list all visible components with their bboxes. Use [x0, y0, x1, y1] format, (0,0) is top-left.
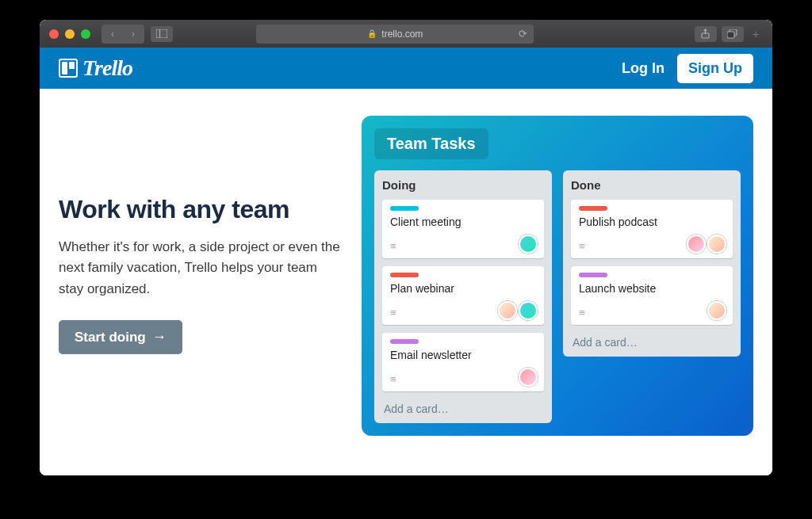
hero-subtitle: Whether it's for work, a side project or…: [59, 237, 344, 300]
hero-title: Work with any team: [59, 195, 352, 224]
list-title: Doing: [382, 178, 544, 192]
avatar: [519, 368, 538, 387]
browser-window: ‹ › 🔒 trello.com ⟳ +: [40, 20, 772, 475]
back-button[interactable]: ‹: [103, 26, 122, 42]
avatar: [687, 235, 706, 254]
board: Team Tasks Doing Client meeting ≡: [362, 116, 753, 436]
card[interactable]: Publish podcast ≡: [571, 200, 733, 258]
signup-button[interactable]: Sign Up: [677, 54, 753, 83]
auth-buttons: Log In Sign Up: [622, 54, 753, 83]
list-doing: Doing Client meeting ≡: [374, 170, 552, 423]
main-content: Work with any team Whether it's for work…: [40, 89, 772, 475]
tabs-button[interactable]: [722, 26, 744, 42]
description-icon: ≡: [579, 240, 584, 252]
card[interactable]: Email newsletter ≡: [382, 333, 544, 391]
svg-rect-4: [727, 32, 734, 38]
nav-buttons: ‹ ›: [102, 25, 144, 44]
maximize-window-button[interactable]: [81, 29, 90, 39]
list-done: Done Publish podcast ≡: [563, 170, 741, 357]
minimize-window-button[interactable]: [65, 29, 75, 39]
toolbar-right: +: [695, 26, 763, 42]
card-label: [579, 273, 607, 277]
card-label: [579, 206, 607, 211]
trello-logo-icon: [59, 59, 78, 78]
card[interactable]: Client meeting ≡: [382, 200, 544, 258]
avatar: [707, 301, 726, 320]
board-illustration: Team Tasks Doing Client meeting ≡: [362, 116, 753, 456]
trello-logo-text: Trello: [82, 55, 132, 81]
cta-label: Start doing: [75, 330, 146, 345]
avatar: [519, 235, 538, 254]
reload-button[interactable]: ⟳: [519, 28, 527, 40]
card-avatars: [687, 235, 726, 254]
forward-button[interactable]: ›: [124, 26, 143, 42]
add-card-button[interactable]: Add a card…: [382, 399, 544, 415]
card-avatars: [498, 301, 538, 320]
close-window-button[interactable]: [49, 29, 59, 39]
card-title: Publish podcast: [579, 216, 725, 228]
description-icon: ≡: [390, 373, 395, 385]
card-avatars: [519, 368, 538, 387]
new-tab-button[interactable]: +: [749, 26, 763, 42]
avatar: [519, 301, 538, 320]
hero-section: Work with any team Whether it's for work…: [59, 116, 352, 456]
sidebar-toggle-button[interactable]: [151, 26, 173, 42]
card-title: Client meeting: [390, 216, 536, 228]
description-icon: ≡: [390, 240, 395, 252]
card-avatars: [519, 235, 538, 254]
avatar: [707, 235, 726, 254]
board-title: Team Tasks: [374, 128, 488, 159]
card-label: [390, 273, 419, 277]
card-label: [390, 206, 419, 211]
card-label: [390, 339, 419, 344]
trello-logo[interactable]: Trello: [59, 55, 132, 81]
card-title: Launch website: [579, 282, 725, 295]
svg-rect-0: [156, 29, 167, 38]
card[interactable]: Launch website ≡: [571, 266, 733, 325]
login-link[interactable]: Log In: [622, 60, 665, 77]
browser-toolbar: ‹ › 🔒 trello.com ⟳ +: [40, 20, 772, 48]
url-bar[interactable]: 🔒 trello.com ⟳: [256, 25, 534, 44]
arrow-right-icon: →: [152, 329, 167, 345]
lock-icon: 🔒: [367, 29, 377, 38]
card-avatars: [707, 301, 726, 320]
site-header: Trello Log In Sign Up: [40, 48, 772, 89]
list-title: Done: [571, 178, 733, 192]
share-button[interactable]: [695, 26, 717, 42]
description-icon: ≡: [579, 307, 584, 319]
board-lists: Doing Client meeting ≡: [374, 170, 741, 423]
card-title: Plan webinar: [390, 282, 536, 295]
description-icon: ≡: [390, 307, 395, 319]
traffic-lights: [49, 29, 90, 39]
add-card-button[interactable]: Add a card…: [571, 333, 733, 349]
avatar: [498, 301, 517, 320]
card-title: Email newsletter: [390, 349, 536, 361]
card[interactable]: Plan webinar ≡: [382, 266, 544, 325]
url-text: trello.com: [381, 29, 423, 40]
page-content: Trello Log In Sign Up Work with any team…: [40, 48, 772, 475]
cta-button[interactable]: Start doing →: [59, 320, 182, 354]
